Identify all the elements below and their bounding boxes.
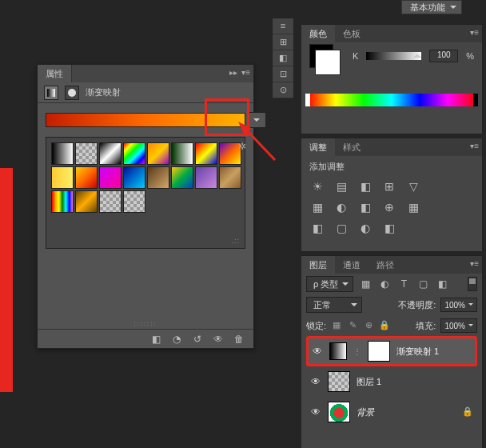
fgbg-color-chip[interactable] [309,44,333,68]
dock-strip: ≡ ⊞ ◧ ⊡ ⊙ [272,18,294,99]
collapse-icon[interactable]: ▸▸ [229,68,237,77]
visibility-icon[interactable]: 👁 [312,346,323,357]
gradient-bar[interactable] [46,113,245,127]
dock-btn-2[interactable]: ⊞ [273,34,293,50]
dock-btn-3[interactable]: ◧ [273,50,293,66]
lock-all-icon[interactable]: 🔒 [379,320,390,331]
swatch[interactable] [123,190,145,213]
tab-paths[interactable]: 路径 [368,256,402,274]
kind-select[interactable]: ρ 类型 [306,276,353,292]
swatch[interactable] [75,142,98,165]
reset-icon[interactable]: ↺ [191,333,204,346]
layer-name[interactable]: 渐变映射 1 [396,346,439,358]
previous-icon[interactable]: ◔ [170,333,183,346]
k-slider[interactable] [366,52,421,60]
visibility-icon[interactable]: 👁 [310,376,321,387]
visibility-icon[interactable]: 👁 [310,406,321,418]
tab-styles[interactable]: 样式 [335,138,368,156]
adj-gradientmap-icon[interactable]: ◧ [381,221,397,235]
layer-name[interactable]: 背景 [357,406,374,418]
adj-posterize-icon[interactable]: ▢ [333,221,349,235]
filter-pixel-icon[interactable]: ▦ [358,277,372,291]
blend-row: 正常 不透明度: 100% [306,294,477,315]
swatch[interactable] [195,166,217,189]
layer-row-background[interactable]: 👁 背景 🔒 [306,397,477,427]
filter-smart-icon[interactable]: ◧ [435,277,449,291]
color-body: K 100 % [301,42,482,70]
trash-icon[interactable]: 🗑 [233,333,245,346]
spectrum-bar[interactable] [308,94,476,106]
mask-icon[interactable] [65,86,79,100]
flyout-icon[interactable]: ▾≡ [470,259,479,268]
swatch[interactable] [51,142,74,165]
kind-filter-row: ρ 类型 ▦ ◐ T ▢ ◧ [306,274,477,294]
filter-shape-icon[interactable]: ▢ [416,277,430,291]
panel-grip[interactable]: ::::::: [133,320,157,327]
flyout-icon[interactable]: ▾≡ [470,28,479,37]
dock-btn-4[interactable]: ⊡ [273,66,293,82]
layer-row-gradient-map[interactable]: 👁 ⋮ 渐变映射 1 [306,336,477,366]
properties-footer: ◧ ◔ ↺ 👁 🗑 [38,329,253,348]
clip-icon[interactable]: ◧ [149,333,162,346]
tab-adjustments[interactable]: 调整 [301,138,335,156]
swatch[interactable] [147,142,169,165]
swatch[interactable] [147,166,169,189]
opacity-field[interactable]: 100% [440,298,477,312]
mask-thumb[interactable] [368,341,390,362]
swatch[interactable] [51,166,74,189]
gear-icon[interactable]: ✲ [238,141,248,150]
filter-adjust-icon[interactable]: ◐ [377,277,392,291]
layers-tabs: 图层 通道 路径 ▾≡ [301,256,482,274]
adj-bw-icon[interactable]: ◐ [333,200,349,214]
blend-mode-select[interactable]: 正常 [306,297,362,313]
swatch[interactable] [51,190,74,213]
link-icon[interactable]: ⋮ [353,347,361,356]
filter-type-icon[interactable]: T [396,277,411,291]
flyout-icon[interactable]: ▾≡ [470,142,479,150]
gradient-dropdown-button[interactable] [247,112,266,128]
visibility-icon[interactable]: 👁 [212,333,225,346]
swatch[interactable] [123,142,145,165]
swatch[interactable] [171,142,193,165]
adj-threshold-icon[interactable]: ◐ [357,221,373,235]
properties-tab[interactable]: 属性 [38,65,72,82]
tab-channels[interactable]: 通道 [335,256,368,274]
swatch[interactable] [99,190,122,213]
swatch[interactable] [123,166,145,189]
swatch[interactable] [99,166,122,189]
adj-invert-icon[interactable]: ◧ [309,221,325,235]
adj-photofilter-icon[interactable]: ◧ [357,200,373,214]
swatch[interactable] [99,142,122,165]
adjustment-type-icon[interactable] [44,86,58,100]
adj-colorlookup-icon[interactable]: ▦ [405,200,421,214]
swatch[interactable] [75,166,98,189]
swatch[interactable] [219,166,241,189]
workspace-selector[interactable]: 基本功能 [401,0,462,14]
dock-btn-1[interactable]: ≡ [273,18,293,34]
tab-color[interactable]: 颜色 [301,25,335,42]
resize-grip[interactable]: .:: [231,237,240,245]
swatch[interactable] [195,142,217,165]
adj-hue-icon[interactable]: ▦ [309,200,325,214]
flyout-icon[interactable]: ▾≡ [241,68,250,77]
adj-channelmixer-icon[interactable]: ⊕ [381,200,397,214]
adj-exposure-icon[interactable]: ⊞ [381,179,397,194]
dock-btn-5[interactable]: ⊙ [273,82,293,98]
layer-name[interactable]: 图层 1 [357,376,381,388]
adj-levels-icon[interactable]: ▤ [333,179,349,194]
swatch[interactable] [75,190,98,213]
swatch[interactable] [171,166,193,189]
k-unit: % [466,51,474,61]
layer-row-image[interactable]: 👁 图层 1 [306,366,477,397]
lock-transparent-icon[interactable]: ▦ [331,320,342,331]
filter-toggle[interactable] [468,277,477,291]
tab-layers[interactable]: 图层 [301,256,335,274]
lock-pixels-icon[interactable]: ✎ [347,320,358,331]
lock-position-icon[interactable]: ⊕ [363,320,374,331]
k-value[interactable]: 100 [429,50,458,62]
adj-curves-icon[interactable]: ◧ [357,179,373,194]
tab-swatches[interactable]: 色板 [335,25,368,42]
adj-vibrance-icon[interactable]: ▽ [405,179,421,194]
adj-brightness-icon[interactable]: ☀ [309,179,325,194]
fill-field[interactable]: 100% [440,318,477,333]
